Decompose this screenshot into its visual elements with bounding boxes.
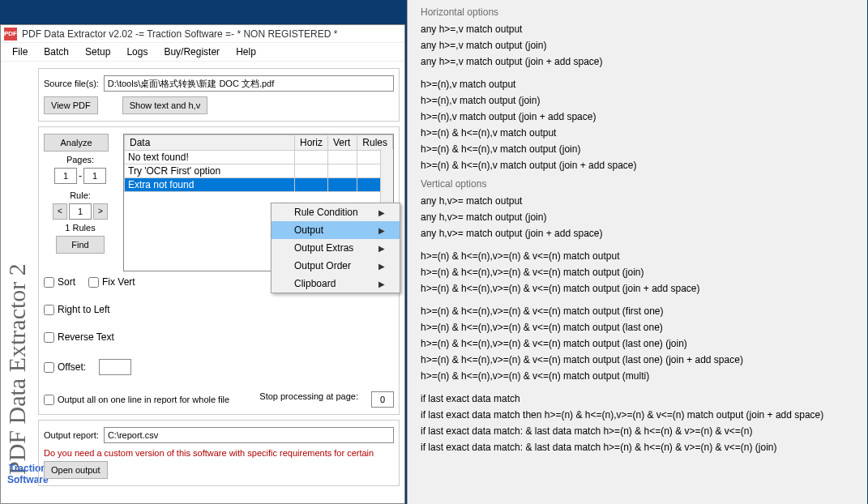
window-title: PDF Data Extractor v2.02 -= Traction Sof… bbox=[22, 28, 337, 40]
chevron-right-icon: ▶ bbox=[378, 280, 385, 288]
table-row[interactable]: Try 'OCR First' option bbox=[125, 164, 393, 178]
stop-at-input[interactable] bbox=[371, 391, 394, 408]
output-all-checkbox[interactable]: Output all on one line in report for who… bbox=[44, 391, 229, 408]
col-horiz[interactable]: Horiz bbox=[294, 135, 327, 151]
chevron-right-icon: ▶ bbox=[378, 226, 385, 235]
source-path-input[interactable] bbox=[104, 75, 394, 92]
page-to-input[interactable] bbox=[83, 168, 106, 184]
rule-input[interactable] bbox=[69, 203, 92, 220]
submenu-item[interactable]: h>=(n) & h<=(n),v match output (join) bbox=[408, 141, 867, 157]
col-rules[interactable]: Rules bbox=[357, 135, 393, 151]
submenu-section-header: Horizontal options bbox=[408, 2, 867, 21]
titlebar: PDF PDF Data Extractor v2.02 -= Traction… bbox=[1, 25, 404, 43]
menu-file[interactable]: File bbox=[4, 45, 36, 59]
source-group: Source file(s): View PDF Show text and h… bbox=[38, 68, 400, 122]
submenu-item[interactable]: h>=(n),v match output bbox=[408, 76, 867, 92]
submenu-item[interactable]: if last exact data match: & last data ma… bbox=[408, 439, 867, 455]
submenu-item[interactable]: if last exact data match: & last data ma… bbox=[408, 423, 867, 439]
submenu-item[interactable]: any h,v>= match output (join) bbox=[408, 209, 867, 225]
submenu-item[interactable]: if last exact data match bbox=[408, 391, 867, 407]
submenu-item[interactable]: any h>=,v match output (join + add space… bbox=[408, 53, 867, 70]
table-row[interactable]: No text found! bbox=[125, 151, 393, 164]
submenu-item[interactable]: if last exact data match then h>=(n) & h… bbox=[408, 407, 867, 423]
ctx-clipboard[interactable]: Clipboard▶ bbox=[272, 275, 400, 293]
stop-at-label: Stop processing at page: bbox=[259, 391, 358, 408]
submenu-item[interactable]: h>=(n) & h<=(n),v match output (join + a… bbox=[408, 157, 867, 173]
table-row[interactable]: Extra not found bbox=[125, 178, 393, 192]
ctx-rule-condition[interactable]: Rule Condition▶ bbox=[272, 203, 400, 221]
ctx-output-order[interactable]: Output Order▶ bbox=[272, 257, 400, 275]
rule-next-button[interactable]: > bbox=[93, 203, 108, 220]
submenu-item[interactable]: h>=(n),v match output (join + add space) bbox=[408, 109, 867, 125]
menu-logs[interactable]: Logs bbox=[118, 45, 156, 59]
page-from-input[interactable] bbox=[54, 168, 77, 184]
submenu-item[interactable]: h>=(n) & h<=(n),v>=(n) & v<=(n) match ou… bbox=[408, 319, 867, 335]
chevron-right-icon: ▶ bbox=[378, 208, 385, 217]
submenu-item[interactable]: h>=(n) & h<=(n),v>=(n) & v<=(n) match ou… bbox=[408, 352, 867, 368]
app-icon: PDF bbox=[4, 28, 17, 41]
menu-batch[interactable]: Batch bbox=[36, 45, 77, 59]
source-label: Source file(s): bbox=[44, 79, 99, 88]
report-group: Output report: Do you need a custom vers… bbox=[38, 420, 400, 486]
context-menu[interactable]: Rule Condition▶Output▶Output Extras▶Outp… bbox=[271, 203, 400, 293]
product-logo: PDF Data Extractor 2 bbox=[1, 62, 33, 483]
submenu-item[interactable]: h>=(n) & h<=(n),v>=(n) & v<=(n) match ou… bbox=[408, 368, 867, 384]
submenu-item[interactable]: any h>=,v match output (join) bbox=[408, 37, 867, 53]
sort-checkbox[interactable]: Sort bbox=[44, 276, 75, 288]
chevron-right-icon: ▶ bbox=[378, 244, 385, 253]
offset-input[interactable] bbox=[99, 359, 131, 375]
chevron-right-icon: ▶ bbox=[378, 262, 385, 271]
submenu-item[interactable]: h>=(n) & h<=(n),v>=(n) & v<=(n) match ou… bbox=[408, 248, 867, 264]
reverse-checkbox[interactable]: Reverse Text bbox=[44, 331, 114, 343]
col-data[interactable]: Data bbox=[125, 135, 295, 151]
ctx-output[interactable]: Output▶ bbox=[272, 221, 400, 239]
output-submenu[interactable]: Horizontal optionsany h>=,v match output… bbox=[407, 0, 867, 504]
submenu-item[interactable]: any h>=,v match output bbox=[408, 21, 867, 37]
output-report-label: Output report: bbox=[44, 430, 99, 440]
submenu-item[interactable]: any h,v>= match output (join + add space… bbox=[408, 225, 867, 241]
analyze-button[interactable]: Analyze bbox=[44, 134, 109, 152]
rtl-checkbox[interactable]: Right to Left bbox=[44, 304, 110, 315]
submenu-item[interactable]: h>=(n) & h<=(n),v>=(n) & v<=(n) match ou… bbox=[408, 303, 867, 319]
submenu-item[interactable]: h>=(n) & h<=(n),v>=(n) & v<=(n) match ou… bbox=[408, 335, 867, 352]
menu-help[interactable]: Help bbox=[228, 45, 264, 59]
col-vert[interactable]: Vert bbox=[328, 135, 357, 151]
output-report-input[interactable] bbox=[104, 427, 394, 443]
submenu-section-header: Vertical options bbox=[408, 173, 867, 193]
custom-version-text: Do you need a custom version of this sof… bbox=[44, 448, 394, 458]
submenu-item[interactable]: h>=(n) & h<=(n),v>=(n) & v<=(n) match ou… bbox=[408, 264, 867, 280]
submenu-item[interactable]: h>=(n) & h<=(n),v>=(n) & v<=(n) match ou… bbox=[408, 280, 867, 297]
menu-setup[interactable]: Setup bbox=[77, 45, 118, 59]
rules-count-label: 1 Rules bbox=[44, 223, 117, 233]
offset-checkbox[interactable]: Offset: bbox=[44, 359, 86, 375]
menu-buyregister[interactable]: Buy/Register bbox=[156, 45, 228, 59]
menubar: FileBatchSetupLogsBuy/RegisterHelp bbox=[1, 43, 404, 62]
pages-label: Pages: bbox=[44, 155, 117, 164]
view-pdf-button[interactable]: View PDF bbox=[44, 96, 98, 114]
open-output-button[interactable]: Open output bbox=[44, 461, 108, 479]
rule-label: Rule: bbox=[44, 190, 117, 200]
show-text-button[interactable]: Show text and h,v bbox=[122, 96, 207, 114]
ctx-output-extras[interactable]: Output Extras▶ bbox=[272, 239, 400, 257]
fixvert-checkbox[interactable]: Fix Vert bbox=[88, 276, 135, 288]
submenu-item[interactable]: h>=(n),v match output (join) bbox=[408, 92, 867, 109]
submenu-item[interactable]: h>=(n) & h<=(n),v match output bbox=[408, 125, 867, 141]
rule-prev-button[interactable]: < bbox=[53, 203, 67, 220]
find-button[interactable]: Find bbox=[56, 236, 105, 254]
submenu-item[interactable]: any h,v>= match output bbox=[408, 193, 867, 209]
